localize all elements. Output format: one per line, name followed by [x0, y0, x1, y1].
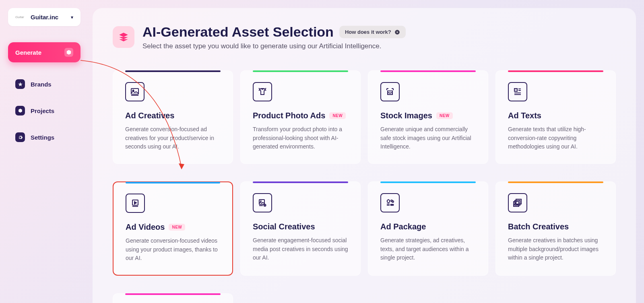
- svg-point-20: [391, 204, 392, 206]
- brand-selector[interactable]: Guitar Guitar.inc ▾: [8, 8, 80, 26]
- svg-rect-1: [131, 89, 138, 94]
- nav-label-settings: Settings: [31, 134, 54, 141]
- card-title-row: Batch Creatives: [508, 222, 603, 231]
- card-ad-texts[interactable]: TAd TextsGenerate texts that utilize hig…: [495, 70, 616, 164]
- sidebar-item-brands[interactable]: Brands: [8, 74, 80, 94]
- social-icon: [253, 193, 272, 212]
- svg-rect-12: [259, 200, 264, 204]
- card-accent-line: [253, 70, 348, 72]
- card-title-row: Stock ImagesNEW: [380, 111, 476, 120]
- card-description: Generate unique and commercially safe st…: [380, 125, 476, 151]
- card-description: Generate conversion-focused ad creatives…: [125, 125, 221, 151]
- card-accent-line: [125, 293, 221, 295]
- card-title-row: Ad Creatives: [125, 111, 221, 120]
- star-icon: [15, 79, 25, 89]
- tshirt-icon: [253, 82, 272, 101]
- card-accent-line: [253, 181, 348, 183]
- card-ad-package[interactable]: Ad PackageGenerate strategies, ad creati…: [368, 181, 488, 276]
- picture-icon: [380, 82, 400, 101]
- card-ad-creatives[interactable]: Ad CreativesGenerate conversion-focused …: [113, 70, 233, 164]
- nav-label-projects: Projects: [31, 107, 54, 114]
- card-title-row: Ad Texts: [508, 111, 603, 120]
- video-icon: [126, 194, 145, 213]
- page-subtitle: Select the asset type you would like to …: [142, 42, 616, 50]
- batch-icon: [508, 193, 527, 212]
- svg-point-13: [260, 201, 261, 202]
- card-description: Transform your product photo into a prof…: [253, 125, 348, 151]
- hexagon-icon: [15, 106, 25, 115]
- play-icon: [394, 29, 400, 35]
- card-accent-line: [125, 70, 221, 72]
- card-description: Generate conversion-focused videos using…: [126, 237, 220, 263]
- card-description: Generate strategies, ad creatives, texts…: [380, 236, 476, 262]
- card-accent-line: [126, 182, 220, 183]
- card-social-creatives[interactable]: Social CreativesGenerate engagement-focu…: [240, 181, 361, 276]
- page-header: AI-Generated Asset Selection How does it…: [113, 24, 616, 50]
- svg-text:T: T: [515, 89, 517, 91]
- page-title: AI-Generated Asset Selection: [142, 24, 334, 40]
- chevron-down-icon: ▾: [71, 14, 73, 20]
- card-title-row: Ad VideosNEW: [126, 223, 220, 232]
- new-badge: NEW: [329, 112, 346, 119]
- main-content: AI-Generated Asset Selection How does it…: [93, 8, 636, 303]
- card-title: Batch Creatives: [508, 222, 569, 231]
- card-title: Social Creatives: [253, 222, 315, 231]
- package-icon: [380, 193, 400, 212]
- card-title: Ad Package: [380, 222, 426, 231]
- help-button[interactable]: How does it work?: [339, 26, 406, 38]
- svg-point-21: [392, 204, 394, 206]
- card-title: Stock Images: [380, 111, 432, 120]
- card-title-row: Product Photo AdsNEW: [253, 111, 348, 120]
- card-title-row: Social Creatives: [253, 222, 348, 231]
- card-stock-images[interactable]: Stock ImagesNEWGenerate unique and comme…: [368, 70, 488, 164]
- card-title-row: Ad Package: [380, 222, 476, 231]
- card-accent-line: [508, 181, 603, 183]
- help-label: How does it work?: [345, 29, 391, 35]
- generate-button[interactable]: Generate: [8, 42, 80, 62]
- sidebar-item-projects[interactable]: Projects: [8, 101, 80, 120]
- layers-icon: [113, 26, 134, 48]
- card-accent-line: [380, 181, 476, 183]
- gear-icon: [15, 132, 25, 142]
- card-accent-line: [508, 70, 603, 72]
- card-description: Generate texts that utilize high-convers…: [508, 125, 603, 151]
- svg-point-17: [392, 201, 394, 202]
- svg-point-25: [515, 203, 516, 204]
- image-icon: [125, 82, 144, 101]
- new-badge: NEW: [436, 112, 453, 119]
- cube-icon: [64, 48, 73, 57]
- card-description: Generate engagement-focused social media…: [253, 236, 348, 262]
- card-title: Ad Videos: [126, 223, 165, 232]
- card-title: Product Photo Ads: [253, 111, 325, 120]
- sidebar: Guitar Guitar.inc ▾ Generate Brands Proj…: [8, 8, 80, 303]
- card-ad-videos[interactable]: Ad VideosNEWGenerate conversion-focused …: [113, 181, 233, 276]
- card-title: Ad Creatives: [125, 111, 174, 120]
- card-batch-creatives[interactable]: Batch CreativesGenerate creatives in bat…: [495, 181, 616, 276]
- text-icon: T: [508, 82, 527, 101]
- brand-logo: Guitar: [15, 14, 27, 21]
- cards-grid: Ad CreativesGenerate conversion-focused …: [113, 70, 616, 303]
- card-extra[interactable]: [113, 293, 233, 303]
- new-badge: NEW: [169, 224, 185, 231]
- brand-name-label: Guitar.inc: [31, 14, 67, 21]
- card-description: Generate creatives in batches using mult…: [508, 236, 603, 262]
- card-title: Ad Texts: [508, 111, 541, 120]
- sidebar-item-settings[interactable]: Settings: [8, 128, 80, 147]
- generate-label: Generate: [15, 49, 41, 56]
- nav-label-brands: Brands: [31, 81, 52, 88]
- card-accent-line: [380, 70, 476, 72]
- card-product-photo-ads[interactable]: Product Photo AdsNEWTransform your produ…: [240, 70, 361, 164]
